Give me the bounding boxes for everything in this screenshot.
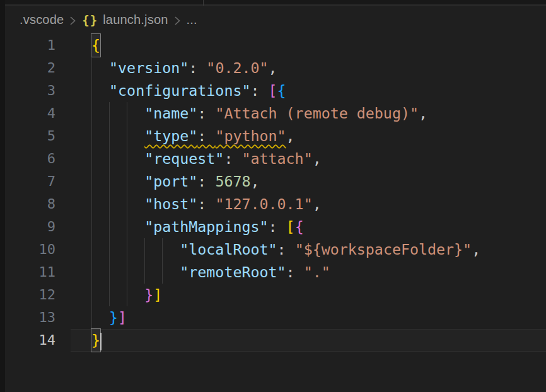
indent-guide [109,102,110,125]
code-line-2: 2 "version": "0.2.0", [0,57,546,79]
chevron-right-icon [174,16,181,26]
code-token: : [197,105,215,122]
code-token [91,59,109,76]
line-number[interactable]: 7 [0,170,71,193]
indent-guide [91,193,92,216]
code-line-content[interactable]: "name": "Attach (remote debug)", [71,102,546,125]
code-line-3: 3 "configurations": [{ [0,79,546,102]
code-token: "localRoot" [180,241,277,258]
code-line-content[interactable]: "host": "127.0.0.1", [71,193,546,216]
code-line-content[interactable]: "type": "python", [71,125,546,147]
code-token [91,309,109,326]
line-number[interactable]: 12 [0,284,71,306]
indent-guide [109,261,110,284]
code-line-content[interactable]: } [71,329,546,352]
indent-guide [162,238,163,261]
indent-guide [127,125,127,147]
breadcrumb-item-vscode[interactable]: .vscode [20,13,64,27]
code-token: "Attach (remote debug)" [215,105,419,122]
code-token: "attach" [241,150,312,167]
breadcrumb-item-filename[interactable]: launch.json [103,13,168,27]
code-token: [ [286,218,295,235]
tab-bar [0,0,546,6]
code-token: ] [153,286,162,303]
breadcrumb-item-symbol-ellipsis[interactable]: ... [187,13,197,27]
json-file-icon: {} [82,13,98,27]
indent-guide [91,79,92,102]
line-number[interactable]: 13 [0,306,71,329]
line-number[interactable]: 8 [0,193,71,216]
code-token: "${workspaceFolder}" [295,241,472,258]
code-line-content[interactable]: "pathMappings": [{ [71,216,546,238]
code-line-6: 6 "request": "attach", [0,147,546,170]
line-number[interactable]: 9 [0,216,71,238]
code-token: "0.2.0" [206,59,268,76]
line-number[interactable]: 5 [0,125,71,147]
code-token: "request" [144,150,224,167]
code-line-content[interactable]: { [71,34,546,57]
indent-guide [127,216,127,238]
code-token: "type" [144,127,197,144]
code-token: "127.0.0.1" [215,195,312,212]
indent-guide [91,102,92,125]
indent-guide [144,261,145,284]
line-number[interactable]: 2 [0,57,71,79]
indent-guide [127,102,127,125]
indent-guide [91,284,92,306]
code-editor[interactable]: 1{2 "version": "0.2.0",3 "configurations… [0,34,546,352]
indent-guide [127,170,127,193]
line-number[interactable]: 14 [0,329,71,352]
code-line-content[interactable]: "port": 5678, [71,170,546,193]
code-token [91,218,144,235]
code-line-content[interactable]: }] [71,306,546,329]
text-cursor [100,333,102,350]
code-line-content[interactable]: "localRoot": "${workspaceFolder}", [71,238,546,261]
code-token: : [277,241,295,258]
code-token [91,127,144,144]
code-line-content[interactable]: "configurations": [{ [71,79,546,102]
code-token: , [472,241,480,258]
breadcrumb: .vscode {} launch.json ... [0,6,546,34]
indent-guide [91,238,92,261]
code-token: "configurations" [109,82,250,99]
code-token: , [250,173,259,190]
indent-guide [162,261,163,284]
code-token: , [313,195,322,212]
code-token: : [224,150,241,167]
code-line-4: 4 "name": "Attach (remote debug)", [0,102,546,125]
code-line-content[interactable]: "request": "attach", [71,147,546,170]
line-number[interactable]: 1 [0,34,71,57]
indent-guide [127,238,127,261]
line-number[interactable]: 3 [0,79,71,102]
indent-guide [91,216,92,238]
code-token [91,263,180,280]
code-token [91,241,180,258]
line-number[interactable]: 11 [0,261,71,284]
code-line-content[interactable]: }] [71,284,546,306]
line-number[interactable]: 4 [0,102,71,125]
window-left-edge [0,0,5,392]
code-token [91,173,144,190]
indent-guide [91,170,92,193]
line-number[interactable]: 6 [0,147,71,170]
indent-guide [91,57,92,79]
code-token: : [197,127,215,144]
code-line-content[interactable]: "remoteRoot": "." [71,261,546,284]
code-line-14: 14} [0,329,546,352]
indent-guide [91,306,92,329]
code-token: } [144,286,153,303]
code-token: "name" [144,105,197,122]
code-token: : [286,263,304,280]
code-line-content[interactable]: "version": "0.2.0", [71,57,546,79]
code-line-13: 13 }] [0,306,546,329]
indent-guide [109,193,110,216]
indent-guide [127,284,127,306]
code-token: "." [304,263,330,280]
code-line-7: 7 "port": 5678, [0,170,546,193]
code-token: [ [269,82,277,99]
matched-bracket: } [91,329,100,352]
code-token: , [269,59,277,76]
code-line-5: 5 "type": "python", [0,125,546,147]
line-number[interactable]: 10 [0,238,71,261]
chevron-right-icon [69,16,76,26]
